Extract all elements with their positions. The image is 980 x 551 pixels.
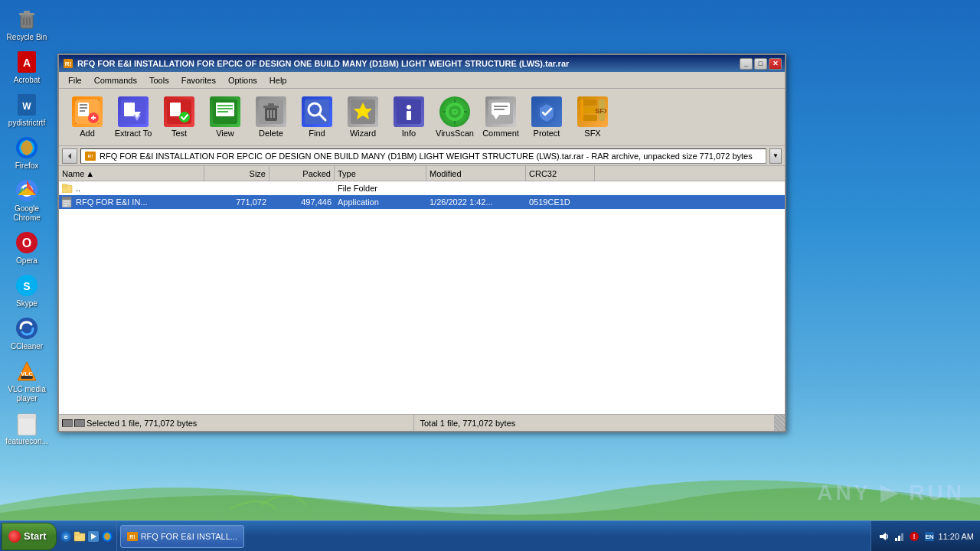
svg-rect-81 [580, 99, 583, 121]
toolbar-view-button[interactable]: View [203, 93, 247, 142]
sfx-icon: SFX [577, 96, 608, 127]
view-icon [210, 96, 240, 127]
taskbar-item-label: RFQ FOR E&I INSTALL... [141, 532, 237, 541]
extract-icon [118, 96, 149, 127]
toolbar-delete-button[interactable]: Delete [249, 93, 293, 142]
desktop-icon-pydistrictrtf[interactable]: W pydistrictrtf [2, 90, 51, 131]
quick-launch-ie[interactable]: e [60, 530, 72, 543]
virusscan-label: VirusScan [436, 129, 474, 138]
tray-ime-icon[interactable]: EN [923, 530, 936, 543]
delete-icon [256, 96, 286, 127]
desktop-icon-firefox[interactable]: Firefox [2, 132, 51, 174]
minimize-button[interactable]: _ [740, 58, 753, 70]
menu-commands[interactable]: Commands [88, 74, 143, 86]
svg-marker-84 [68, 153, 71, 159]
file-crc-cell: 0519CE1D [526, 197, 595, 207]
opera-icon: O [15, 230, 39, 255]
vlc-label: VLC media player [4, 385, 50, 403]
toolbar-find-button[interactable]: Find [295, 93, 339, 142]
desktop-icon-acrobat[interactable]: A Acrobat [2, 47, 51, 88]
desktop-icon-opera[interactable]: O Opera [2, 227, 51, 269]
comment-icon [485, 96, 516, 127]
svg-rect-36 [93, 116, 94, 120]
svg-rect-98 [74, 532, 80, 535]
svg-rect-63 [407, 111, 411, 120]
tray-security-icon[interactable]: ! [908, 530, 920, 543]
toolbar-info-button[interactable]: Info [387, 93, 431, 142]
menu-options[interactable]: Options [222, 74, 263, 86]
pydistrictrtf-label: pydistrictrtf [8, 119, 45, 128]
restore-button[interactable]: □ [754, 58, 767, 70]
title-bar-text: RFQ FOR E&I INSTALLATION FOR EPCIC OF DE… [77, 59, 737, 68]
svg-text:W: W [22, 101, 31, 112]
desktop-icon-featurecon[interactable]: featurecon... [2, 408, 51, 449]
toolbar-virusscan-button[interactable]: VirusScan [433, 93, 477, 142]
toolbar-comment-button[interactable]: Comment [479, 93, 523, 142]
table-row[interactable]: .. File Folder [59, 181, 785, 195]
menu-file[interactable]: File [62, 74, 88, 86]
svg-rect-90 [62, 197, 71, 200]
desktop-icon-recycle-bin[interactable]: Recycle Bin [2, 4, 51, 45]
view-label: View [216, 129, 234, 138]
svg-rect-32 [80, 107, 87, 109]
column-type-header[interactable]: Type [335, 166, 426, 181]
desktop-icon-vlc[interactable]: VLC VLC media player [2, 356, 51, 406]
svg-rect-107 [898, 536, 900, 541]
column-name-header[interactable]: Name ▲ [59, 166, 204, 181]
start-button[interactable]: Start [2, 523, 57, 550]
wizard-icon [348, 96, 378, 127]
svg-text:A: A [23, 57, 31, 69]
svg-rect-31 [80, 104, 87, 106]
close-button[interactable]: ✕ [769, 58, 782, 70]
info-icon [394, 96, 424, 127]
featurecon-icon [15, 411, 39, 435]
table-row[interactable]: RFQ FOR E&I IN... 771,072 497,446 Applic… [59, 195, 785, 209]
start-label: Start [24, 530, 47, 542]
toolbar-extract-button[interactable]: Extract To [111, 93, 155, 142]
toolbar-wizard-button[interactable]: Wizard [341, 93, 385, 142]
featurecon-label: featurecon... [5, 437, 48, 446]
address-back-button[interactable] [62, 148, 77, 164]
menu-tools[interactable]: Tools [143, 74, 175, 86]
status-resize-handle[interactable] [774, 415, 785, 431]
svg-text:R!: R! [88, 154, 93, 158]
taskbar-time: 11:20 AM [939, 532, 974, 541]
title-bar-buttons: _ □ ✕ [740, 58, 782, 70]
protect-icon [531, 96, 562, 127]
taskbar-winrar-item[interactable]: R! RFQ FOR E&I INSTALL... [120, 525, 244, 548]
menu-bar: File Commands Tools Favorites Options He… [59, 72, 785, 89]
toolbar-test-button[interactable]: Test [157, 93, 201, 142]
opera-label: Opera [16, 256, 38, 266]
quick-launch-firefox[interactable] [101, 530, 113, 543]
toolbar-protect-button[interactable]: Protect [524, 93, 569, 142]
menu-help[interactable]: Help [263, 74, 293, 86]
skype-icon: S [15, 273, 39, 298]
status-left: Selected 1 file, 771,072 bytes [59, 415, 414, 431]
svg-text:EN: EN [925, 533, 933, 540]
svg-rect-2 [24, 11, 30, 14]
column-modified-header[interactable]: Modified [426, 166, 526, 181]
address-dropdown-button[interactable]: ▼ [769, 148, 782, 164]
toolbar-add-button[interactable]: Add [65, 93, 109, 142]
quick-launch-media[interactable] [87, 530, 100, 543]
desktop-icon-google-chrome[interactable]: Google Chrome [2, 175, 51, 226]
column-packed-header[interactable]: Packed [270, 166, 335, 181]
tray-network-icon[interactable] [893, 530, 905, 543]
desktop-icon-skype[interactable]: S Skype [2, 270, 51, 311]
toolbar-sfx-button[interactable]: SFX SFX [570, 93, 615, 142]
watermark: ANY ▶ RUN [817, 480, 965, 505]
grass-decoration [0, 459, 980, 520]
column-size-header[interactable]: Size [204, 166, 270, 181]
quick-launch-folder[interactable] [74, 530, 86, 543]
tray-volume-icon[interactable] [877, 530, 890, 543]
extract-label: Extract To [115, 129, 152, 138]
ccleaner-icon [15, 316, 39, 341]
desktop-icon-ccleaner[interactable]: CCleaner [2, 313, 51, 354]
taskbar-time-display[interactable]: 11:20 AM [939, 532, 974, 541]
file-list-body[interactable]: .. File Folder [59, 181, 785, 414]
address-input[interactable]: R! RFQ FOR E&I INSTALLATION FOR EPCIC OF… [80, 148, 766, 164]
taskbar-items: R! RFQ FOR E&I INSTALL... [117, 525, 871, 548]
column-crc-header[interactable]: CRC32 [526, 166, 595, 181]
menu-favorites[interactable]: Favorites [175, 74, 222, 86]
protect-label: Protect [534, 129, 560, 138]
